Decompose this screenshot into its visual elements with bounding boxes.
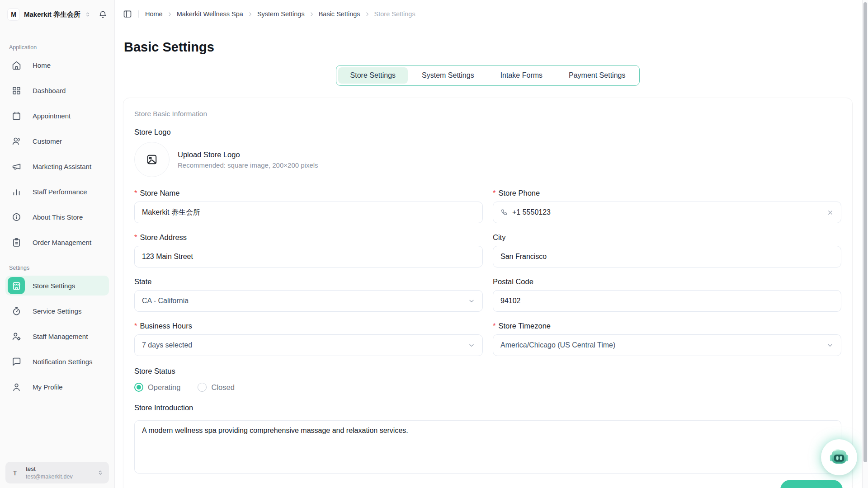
workspace-switcher[interactable]: M Makerkit 养生会所 [5, 5, 109, 23]
sidebar-item-label: Store Settings [33, 282, 75, 290]
store-name-label: Store Name [140, 189, 179, 197]
radio-closed-label: Closed [211, 383, 234, 392]
business-hours-label: Business Hours [140, 322, 192, 330]
breadcrumb-item-system-settings[interactable]: System Settings [257, 10, 305, 18]
bar-chart-icon [8, 183, 25, 200]
store-status-label: Store Status [134, 367, 841, 375]
tab-system-settings[interactable]: System Settings [410, 67, 486, 84]
sidebar-item-customer[interactable]: Customer [5, 131, 109, 151]
store-settings-card: Store Basic Information Store Logo Uploa… [123, 98, 853, 488]
sidebar-item-about-this-store[interactable]: About This Store [5, 207, 109, 227]
tab-payment-settings[interactable]: Payment Settings [557, 67, 637, 84]
business-hours-select[interactable]: 7 days selected [134, 334, 483, 356]
store-phone-input[interactable] [512, 208, 827, 216]
state-select[interactable]: CA - California [134, 290, 483, 312]
card-section-title: Store Basic Information [134, 110, 841, 118]
megaphone-icon [8, 158, 25, 175]
message-icon [8, 353, 25, 370]
chevron-down-icon [468, 297, 475, 305]
store-status-radio-group: Operating Closed [134, 383, 841, 392]
state-label: State [134, 277, 152, 286]
store-name-input[interactable] [134, 202, 483, 223]
sidebar-item-staff-performance[interactable]: Staff Performance [5, 182, 109, 202]
breadcrumb-item-basic-settings[interactable]: Basic Settings [319, 10, 360, 18]
city-field: City [493, 233, 841, 267]
chevrons-up-down-icon [85, 11, 91, 18]
robot-icon [826, 445, 852, 470]
phone-icon [500, 209, 508, 216]
sidebar-item-my-profile[interactable]: My Profile [5, 377, 109, 397]
store-phone-label: Store Phone [498, 189, 540, 197]
divider [138, 10, 139, 18]
state-value: CA - California [142, 297, 189, 305]
sidebar-item-label: Marketing Assistant [33, 163, 91, 170]
bell-icon[interactable] [99, 10, 107, 19]
app-initial: M [11, 11, 16, 18]
sidebar-item-appointment[interactable]: Appointment [5, 106, 109, 126]
logo-upload-dropzone[interactable] [134, 142, 170, 177]
store-timezone-value: America/Chicago (US Central Time) [500, 341, 615, 349]
chevron-down-icon [468, 342, 475, 349]
sidebar-toggle-icon[interactable] [123, 9, 132, 19]
store-address-field: *Store Address [134, 233, 483, 267]
user-email: test@makerkit.dev [26, 473, 73, 480]
app-title: Makerkit 养生会所 [24, 10, 80, 19]
sidebar-item-staff-management[interactable]: Staff Management [5, 326, 109, 346]
user-icon [8, 378, 25, 395]
sidebar-item-label: Staff Performance [33, 188, 87, 196]
sidebar-item-marketing-assistant[interactable]: Marketing Assistant [5, 156, 109, 176]
page-title: Basic Settings [124, 39, 853, 55]
dashboard-icon [8, 82, 25, 99]
sidebar-item-label: Service Settings [33, 307, 81, 315]
radio-closed[interactable]: Closed [198, 383, 234, 392]
main-area: Home Makerkit Wellness Spa System Settin… [115, 0, 868, 488]
store-address-input[interactable] [134, 246, 483, 267]
required-marker: * [134, 189, 137, 197]
chevron-right-icon [167, 11, 173, 17]
users-icon [8, 132, 25, 150]
business-hours-field: *Business Hours 7 days selected [134, 322, 483, 356]
user-menu[interactable]: T test test@makerkit.dev [5, 462, 109, 483]
timer-icon [8, 302, 25, 319]
save-button[interactable] [780, 480, 843, 488]
city-input[interactable] [493, 246, 841, 267]
store-timezone-field: *Store Timezone America/Chicago (US Cent… [493, 322, 841, 356]
sidebar-item-service-settings[interactable]: Service Settings [5, 301, 109, 321]
required-marker: * [493, 322, 495, 330]
sidebar-item-label: Home [33, 61, 51, 69]
breadcrumb-item-home[interactable]: Home [145, 10, 163, 18]
store-logo-label: Store Logo [134, 128, 841, 136]
scrollbar-track[interactable] [862, 0, 868, 488]
store-phone-field: *Store Phone [493, 189, 841, 223]
sidebar-item-label: Notification Settings [33, 358, 93, 366]
sidebar-item-store-settings[interactable]: Store Settings [5, 276, 109, 296]
sidebar-item-home[interactable]: Home [5, 55, 109, 75]
radio-operating[interactable]: Operating [134, 383, 180, 392]
sidebar-item-label: Dashboard [33, 87, 66, 94]
scrollbar-thumb[interactable] [863, 2, 867, 462]
tab-store-settings[interactable]: Store Settings [338, 67, 408, 84]
calendar-icon [8, 107, 25, 124]
postal-code-label: Postal Code [493, 277, 533, 286]
required-marker: * [134, 322, 137, 330]
clipboard-icon [8, 234, 25, 251]
sidebar-item-notification-settings[interactable]: Notification Settings [5, 352, 109, 371]
postal-code-input[interactable] [493, 290, 841, 312]
store-name-field: *Store Name [134, 189, 483, 223]
clear-phone-icon[interactable] [827, 209, 834, 216]
sidebar: M Makerkit 养生会所 Application Home Dashboa… [0, 0, 115, 488]
city-label: City [493, 233, 505, 242]
sidebar-item-order-management[interactable]: Order Management [5, 232, 109, 252]
store-introduction-textarea[interactable]: A modern wellness spa providing comprehe… [134, 420, 841, 474]
topbar: Home Makerkit Wellness Spa System Settin… [115, 0, 868, 28]
chevron-right-icon [309, 11, 315, 17]
info-icon [8, 208, 25, 225]
breadcrumb-item-spa[interactable]: Makerkit Wellness Spa [177, 10, 243, 18]
chevrons-up-down-icon [97, 469, 104, 476]
chatbot-button[interactable] [821, 439, 857, 475]
store-timezone-select[interactable]: America/Chicago (US Central Time) [493, 334, 841, 356]
radio-dot [134, 383, 143, 392]
tab-intake-forms[interactable]: Intake Forms [488, 67, 555, 84]
sidebar-item-dashboard[interactable]: Dashboard [5, 80, 109, 100]
app-logo: M [7, 8, 20, 21]
